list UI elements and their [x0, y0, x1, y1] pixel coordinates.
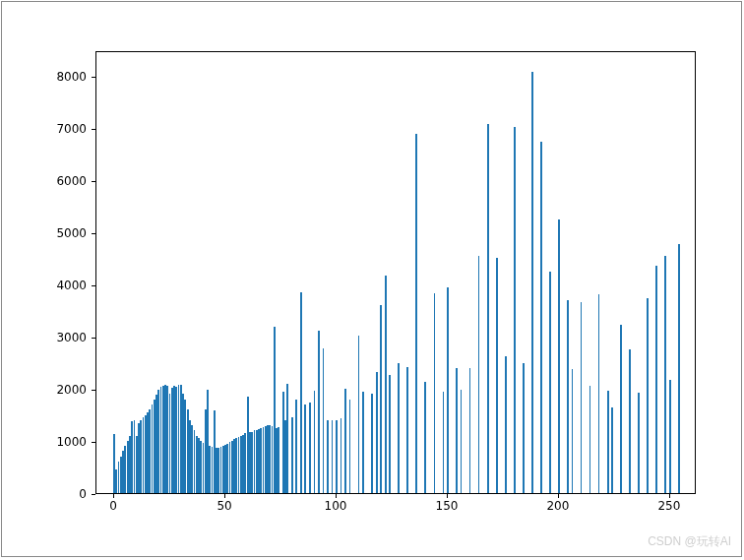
y-tick-mark [92, 181, 95, 182]
x-tick-mark [336, 494, 337, 498]
histogram-bar [514, 127, 516, 493]
y-tick-label: 3000 [37, 331, 87, 344]
x-tick-mark [669, 494, 670, 498]
histogram-bar [336, 420, 338, 493]
histogram-bar [589, 386, 591, 493]
histogram-bar [505, 356, 507, 493]
histogram-bar [567, 300, 569, 493]
y-tick-mark [92, 442, 95, 443]
histogram-bar [389, 375, 391, 493]
histogram-bar [304, 404, 306, 493]
histogram-bar [523, 363, 525, 493]
histogram-bar [487, 124, 489, 493]
x-tick-mark [113, 494, 114, 498]
histogram-bar [318, 331, 320, 493]
x-tick-label: 50 [217, 499, 231, 513]
histogram-bar [344, 389, 346, 493]
histogram-bar [309, 403, 311, 493]
histogram-bar [461, 390, 463, 493]
histogram-bar [376, 372, 378, 493]
histogram-bar [358, 336, 360, 493]
histogram-bar [415, 134, 417, 493]
histogram-bar [424, 382, 426, 493]
histogram-bar [581, 302, 583, 493]
histogram-bar [291, 417, 293, 493]
histogram-bar [380, 305, 382, 493]
histogram-bar [638, 393, 640, 493]
y-tick-label: 2000 [37, 383, 87, 397]
histogram-bar [478, 256, 480, 493]
bars-container [96, 52, 695, 493]
y-tick-label: 0 [37, 487, 87, 501]
histogram-bar [295, 400, 297, 493]
histogram-bar [678, 244, 680, 493]
histogram-bar [558, 219, 560, 493]
y-tick-label: 7000 [37, 122, 87, 136]
histogram-bar [332, 420, 334, 493]
histogram-bar [314, 391, 316, 493]
y-tick-mark [92, 233, 95, 234]
histogram-bar [531, 72, 533, 493]
histogram-bar [549, 272, 551, 493]
histogram-bar [664, 256, 666, 493]
histogram-bar [371, 394, 373, 493]
y-tick-mark [92, 338, 95, 339]
x-tick-mark [558, 494, 559, 498]
histogram-bar [647, 298, 649, 493]
histogram-bar [286, 384, 288, 493]
histogram-bar [323, 348, 325, 493]
histogram-bar [398, 363, 400, 493]
histogram-bar [572, 369, 574, 493]
y-tick-label: 4000 [37, 279, 87, 292]
x-tick-label: 100 [325, 499, 347, 513]
watermark-text: CSDN @玩转AI [648, 533, 731, 550]
x-tick-label: 150 [436, 499, 459, 513]
histogram-bar [669, 380, 671, 493]
x-tick-label: 0 [109, 499, 117, 513]
y-tick-mark [92, 390, 95, 391]
histogram-bar [362, 392, 364, 493]
histogram-bar [611, 407, 613, 493]
histogram-bar [278, 427, 279, 493]
plot-area [95, 51, 696, 494]
histogram-bar [469, 368, 471, 493]
histogram-bar [300, 292, 302, 493]
histogram-bar [607, 391, 609, 493]
histogram-bar [496, 258, 498, 493]
y-tick-mark [92, 129, 95, 130]
histogram-bar [349, 400, 351, 493]
histogram-bar [385, 276, 387, 493]
histogram-bar [598, 294, 600, 493]
histogram-bar [443, 392, 445, 493]
histogram-bar [447, 287, 449, 493]
histogram-bar [341, 418, 342, 493]
histogram-bar [406, 367, 408, 493]
histogram-bar [620, 325, 622, 493]
y-tick-mark [92, 77, 95, 78]
y-tick-label: 6000 [37, 174, 87, 188]
y-tick-label: 8000 [37, 70, 87, 84]
histogram-bar [456, 368, 458, 493]
histogram-bar [434, 293, 436, 493]
chart-frame: 050100150200250 010002000300040005000600… [1, 1, 742, 557]
y-tick-mark [92, 494, 95, 495]
histogram-bar [540, 142, 542, 493]
x-tick-label: 200 [546, 499, 569, 513]
y-tick-label: 1000 [37, 435, 87, 449]
x-tick-mark [447, 494, 448, 498]
y-tick-label: 5000 [37, 226, 87, 240]
x-tick-label: 250 [657, 499, 680, 513]
x-tick-mark [224, 494, 225, 498]
y-tick-mark [92, 285, 95, 286]
histogram-bar [629, 349, 631, 493]
histogram-bar [327, 420, 329, 493]
histogram-bar [655, 266, 657, 493]
